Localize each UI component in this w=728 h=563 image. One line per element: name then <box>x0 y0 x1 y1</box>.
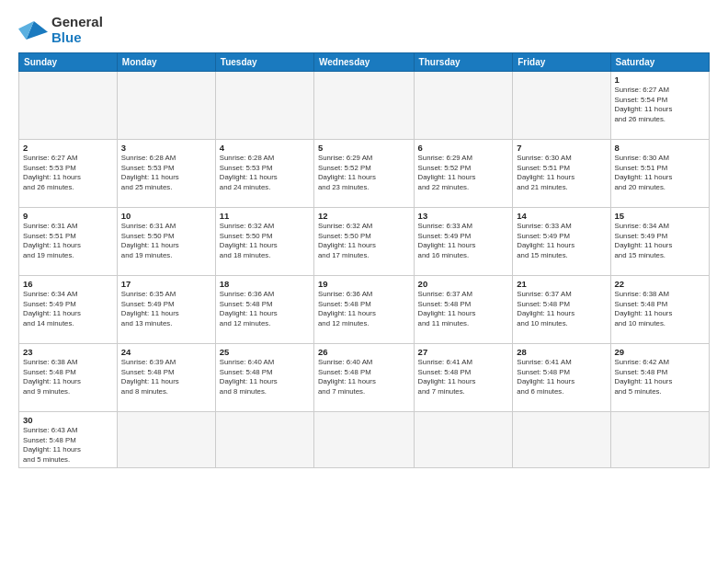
day-number: 3 <box>121 143 211 153</box>
calendar-cell <box>414 72 513 140</box>
weekday-header: Sunday <box>19 53 118 72</box>
day-number: 15 <box>615 211 705 221</box>
day-info: Sunrise: 6:34 AMSunset: 5:49 PMDaylight:… <box>23 290 113 328</box>
calendar-cell: 30Sunrise: 6:43 AMSunset: 5:48 PMDayligh… <box>19 412 118 468</box>
day-number: 17 <box>121 279 211 289</box>
day-number: 19 <box>318 279 410 289</box>
day-number: 29 <box>615 347 705 357</box>
day-number: 30 <box>23 415 113 425</box>
day-info: Sunrise: 6:43 AMSunset: 5:48 PMDaylight:… <box>23 426 113 465</box>
day-number: 22 <box>615 279 705 289</box>
day-number: 8 <box>615 143 705 153</box>
day-number: 4 <box>220 143 310 153</box>
calendar-cell: 27Sunrise: 6:41 AMSunset: 5:48 PMDayligh… <box>414 344 513 412</box>
day-info: Sunrise: 6:30 AMSunset: 5:51 PMDaylight:… <box>615 154 705 192</box>
day-number: 26 <box>318 347 410 357</box>
day-info: Sunrise: 6:33 AMSunset: 5:49 PMDaylight:… <box>418 222 509 260</box>
day-number: 16 <box>23 279 113 289</box>
calendar-cell: 23Sunrise: 6:38 AMSunset: 5:48 PMDayligh… <box>19 344 118 412</box>
calendar-cell <box>313 72 414 140</box>
day-info: Sunrise: 6:37 AMSunset: 5:48 PMDaylight:… <box>418 290 509 328</box>
calendar-cell: 3Sunrise: 6:28 AMSunset: 5:53 PMDaylight… <box>117 140 215 208</box>
calendar-cell <box>215 412 313 468</box>
calendar-cell <box>19 72 118 140</box>
calendar-cell: 13Sunrise: 6:33 AMSunset: 5:49 PMDayligh… <box>414 208 513 276</box>
day-info: Sunrise: 6:33 AMSunset: 5:49 PMDaylight:… <box>517 222 606 260</box>
day-number: 27 <box>418 347 509 357</box>
weekday-header: Saturday <box>610 53 709 72</box>
day-number: 1 <box>615 75 705 85</box>
calendar-cell <box>414 412 513 468</box>
calendar-cell: 28Sunrise: 6:41 AMSunset: 5:48 PMDayligh… <box>513 344 610 412</box>
day-info: Sunrise: 6:38 AMSunset: 5:48 PMDaylight:… <box>615 290 705 328</box>
day-info: Sunrise: 6:30 AMSunset: 5:51 PMDaylight:… <box>517 154 606 192</box>
calendar-cell <box>610 412 709 468</box>
calendar-cell: 12Sunrise: 6:32 AMSunset: 5:50 PMDayligh… <box>313 208 414 276</box>
weekday-header: Friday <box>513 53 610 72</box>
calendar-cell <box>513 72 610 140</box>
calendar-cell: 11Sunrise: 6:32 AMSunset: 5:50 PMDayligh… <box>215 208 313 276</box>
day-info: Sunrise: 6:28 AMSunset: 5:53 PMDaylight:… <box>121 154 211 192</box>
logo: General Blue <box>18 15 103 45</box>
calendar-cell <box>117 72 215 140</box>
day-number: 6 <box>418 143 509 153</box>
day-number: 24 <box>121 347 211 357</box>
day-number: 11 <box>220 211 310 221</box>
day-number: 9 <box>23 211 113 221</box>
calendar-cell: 6Sunrise: 6:29 AMSunset: 5:52 PMDaylight… <box>414 140 513 208</box>
calendar-cell: 8Sunrise: 6:30 AMSunset: 5:51 PMDaylight… <box>610 140 709 208</box>
calendar-cell: 16Sunrise: 6:34 AMSunset: 5:49 PMDayligh… <box>19 276 118 344</box>
calendar-cell <box>513 412 610 468</box>
day-info: Sunrise: 6:32 AMSunset: 5:50 PMDaylight:… <box>220 222 310 260</box>
day-number: 23 <box>23 347 113 357</box>
day-number: 13 <box>418 211 509 221</box>
calendar-cell: 10Sunrise: 6:31 AMSunset: 5:50 PMDayligh… <box>117 208 215 276</box>
day-info: Sunrise: 6:41 AMSunset: 5:48 PMDaylight:… <box>517 358 606 396</box>
calendar-cell <box>215 72 313 140</box>
day-number: 5 <box>318 143 410 153</box>
calendar-cell: 17Sunrise: 6:35 AMSunset: 5:49 PMDayligh… <box>117 276 215 344</box>
weekday-header: Thursday <box>414 53 513 72</box>
page: General Blue SundayMondayTuesdayWednesda… <box>0 0 728 563</box>
day-info: Sunrise: 6:40 AMSunset: 5:48 PMDaylight:… <box>220 358 310 396</box>
weekday-header: Tuesday <box>215 53 313 72</box>
day-number: 28 <box>517 347 606 357</box>
calendar-cell: 19Sunrise: 6:36 AMSunset: 5:48 PMDayligh… <box>313 276 414 344</box>
calendar-cell: 24Sunrise: 6:39 AMSunset: 5:48 PMDayligh… <box>117 344 215 412</box>
day-number: 7 <box>517 143 606 153</box>
day-info: Sunrise: 6:38 AMSunset: 5:48 PMDaylight:… <box>23 358 113 396</box>
calendar-cell: 25Sunrise: 6:40 AMSunset: 5:48 PMDayligh… <box>215 344 313 412</box>
calendar-cell: 4Sunrise: 6:28 AMSunset: 5:53 PMDaylight… <box>215 140 313 208</box>
day-info: Sunrise: 6:29 AMSunset: 5:52 PMDaylight:… <box>418 154 509 192</box>
day-info: Sunrise: 6:27 AMSunset: 5:53 PMDaylight:… <box>23 154 113 192</box>
logo-icon <box>18 17 48 43</box>
header: General Blue <box>18 15 710 45</box>
calendar-cell: 5Sunrise: 6:29 AMSunset: 5:52 PMDaylight… <box>313 140 414 208</box>
day-info: Sunrise: 6:36 AMSunset: 5:48 PMDaylight:… <box>220 290 310 328</box>
day-info: Sunrise: 6:35 AMSunset: 5:49 PMDaylight:… <box>121 290 211 328</box>
day-info: Sunrise: 6:29 AMSunset: 5:52 PMDaylight:… <box>318 154 410 192</box>
day-number: 2 <box>23 143 113 153</box>
day-info: Sunrise: 6:27 AMSunset: 5:54 PMDaylight:… <box>615 86 705 124</box>
calendar-cell <box>117 412 215 468</box>
day-info: Sunrise: 6:41 AMSunset: 5:48 PMDaylight:… <box>418 358 509 396</box>
calendar-cell: 1Sunrise: 6:27 AMSunset: 5:54 PMDaylight… <box>610 72 709 140</box>
day-number: 18 <box>220 279 310 289</box>
calendar-cell: 15Sunrise: 6:34 AMSunset: 5:49 PMDayligh… <box>610 208 709 276</box>
calendar-cell: 14Sunrise: 6:33 AMSunset: 5:49 PMDayligh… <box>513 208 610 276</box>
day-info: Sunrise: 6:40 AMSunset: 5:48 PMDaylight:… <box>318 358 410 396</box>
day-number: 10 <box>121 211 211 221</box>
calendar-table: SundayMondayTuesdayWednesdayThursdayFrid… <box>18 52 710 468</box>
calendar-cell: 9Sunrise: 6:31 AMSunset: 5:51 PMDaylight… <box>19 208 118 276</box>
day-info: Sunrise: 6:39 AMSunset: 5:48 PMDaylight:… <box>121 358 211 396</box>
day-info: Sunrise: 6:28 AMSunset: 5:53 PMDaylight:… <box>220 154 310 192</box>
calendar-cell: 20Sunrise: 6:37 AMSunset: 5:48 PMDayligh… <box>414 276 513 344</box>
day-info: Sunrise: 6:34 AMSunset: 5:49 PMDaylight:… <box>615 222 705 260</box>
day-number: 12 <box>318 211 410 221</box>
calendar-cell <box>313 412 414 468</box>
day-info: Sunrise: 6:32 AMSunset: 5:50 PMDaylight:… <box>318 222 410 260</box>
day-number: 21 <box>517 279 606 289</box>
calendar-cell: 18Sunrise: 6:36 AMSunset: 5:48 PMDayligh… <box>215 276 313 344</box>
calendar-cell: 7Sunrise: 6:30 AMSunset: 5:51 PMDaylight… <box>513 140 610 208</box>
day-number: 14 <box>517 211 606 221</box>
